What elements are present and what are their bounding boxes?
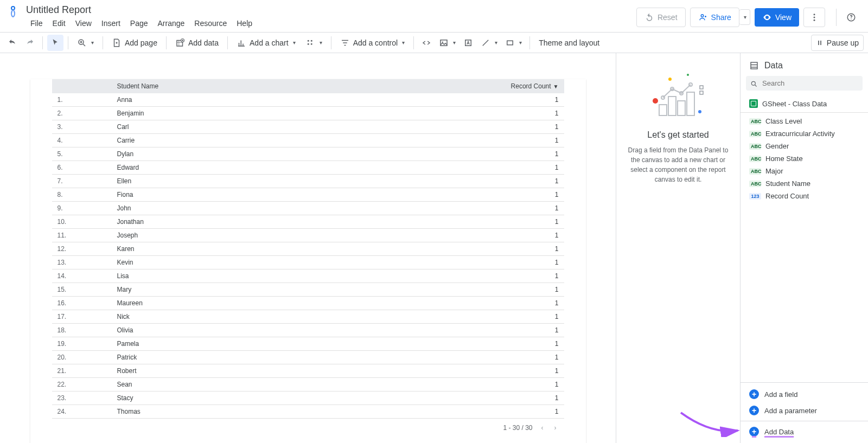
redo-button[interactable]	[22, 35, 38, 51]
view-button[interactable]: View	[755, 8, 799, 27]
share-button[interactable]: Share	[690, 8, 739, 27]
row-name: Fiona	[112, 188, 488, 201]
add-control-label: Add a control	[353, 38, 398, 47]
table-header-name[interactable]: Student Name	[112, 79, 488, 93]
zoom-button[interactable]: ▾	[73, 35, 98, 51]
table-header-index[interactable]	[52, 79, 112, 93]
table-row[interactable]: 17.Nick1	[52, 310, 564, 324]
shape-button[interactable]: ▾	[502, 35, 525, 51]
datasource-item[interactable]: GSheet - Class Data	[741, 95, 868, 112]
add-control-button[interactable]: Add a control▾	[336, 35, 410, 51]
pause-updates-button[interactable]: Pause up	[811, 35, 864, 51]
table-row[interactable]: 5.Dylan1	[52, 147, 564, 161]
table-row[interactable]: 15.Mary1	[52, 283, 564, 297]
table-row[interactable]: 10.Jonathan1	[52, 215, 564, 229]
row-name: Benjamin	[112, 107, 488, 120]
menu-page[interactable]: Page	[126, 17, 152, 30]
row-count: 1	[488, 175, 564, 188]
menu-arrange[interactable]: Arrange	[154, 17, 189, 30]
add-chart-button[interactable]: Add a chart▾	[232, 35, 300, 51]
more-options-button[interactable]	[803, 8, 825, 27]
share-dropdown-button[interactable]: ▾	[739, 9, 750, 25]
svg-point-28	[653, 98, 658, 104]
table-row[interactable]: 8.Fiona1	[52, 188, 564, 202]
svg-rect-21	[668, 97, 676, 115]
data-icon	[749, 61, 759, 70]
row-count: 1	[488, 242, 564, 255]
table-row[interactable]: 6.Edward1	[52, 161, 564, 175]
selection-tool-button[interactable]	[47, 35, 63, 51]
svg-point-31	[698, 110, 701, 113]
menu-file[interactable]: File	[26, 17, 47, 30]
menu-help[interactable]: Help	[232, 17, 257, 30]
theme-layout-button[interactable]: Theme and layout	[534, 35, 604, 50]
data-search	[746, 76, 863, 91]
table-row[interactable]: 19.Pamela1	[52, 337, 564, 351]
field-item[interactable]: 123Record Count	[741, 190, 868, 202]
table-row[interactable]: 18.Olivia1	[52, 324, 564, 337]
filter-icon	[340, 38, 350, 48]
embed-button[interactable]	[418, 35, 435, 51]
svg-rect-32	[700, 86, 703, 89]
table-chart[interactable]: Student Name Record Count▼ 1.Anna12.Benj…	[52, 79, 564, 435]
field-item[interactable]: ABCMajor	[741, 165, 868, 177]
reset-button[interactable]: Reset	[636, 8, 686, 27]
add-parameter-label: Add a parameter	[764, 407, 817, 415]
chevron-down-icon: ▾	[519, 40, 522, 46]
table-row[interactable]: 21.Robert1	[52, 364, 564, 378]
add-field-button[interactable]: +Add a field	[741, 386, 868, 402]
table-header-count[interactable]: Record Count▼	[488, 79, 564, 93]
svg-point-3	[814, 14, 815, 15]
table-row[interactable]: 1.Anna1	[52, 93, 564, 107]
table-row[interactable]: 14.Lisa1	[52, 269, 564, 283]
help-button[interactable]	[843, 9, 859, 25]
field-item[interactable]: ABCExtracurricular Activity	[741, 127, 868, 140]
field-item[interactable]: ABCClass Level	[741, 115, 868, 127]
table-row[interactable]: 12.Karen1	[52, 242, 564, 256]
menu-view[interactable]: View	[71, 17, 96, 30]
table-row[interactable]: 24.Thomas1	[52, 405, 564, 419]
report-canvas[interactable]: Student Name Record Count▼ 1.Anna12.Benj…	[30, 79, 586, 443]
table-header-count-label: Record Count	[511, 82, 551, 90]
line-button[interactable]: ▾	[477, 35, 501, 51]
add-parameter-button[interactable]: +Add a parameter	[741, 402, 868, 419]
row-index: 22.	[52, 378, 112, 391]
table-row[interactable]: 4.Carrie1	[52, 134, 564, 147]
canvas-area[interactable]: Student Name Record Count▼ 1.Anna12.Benj…	[0, 53, 616, 443]
field-item[interactable]: ABCStudent Name	[741, 177, 868, 190]
add-data-panel-button[interactable]: +Add Data	[741, 423, 868, 440]
prev-page-button[interactable]: ‹	[539, 423, 546, 433]
table-row[interactable]: 20.Patrick1	[52, 351, 564, 364]
table-row[interactable]: 22.Sean1	[52, 378, 564, 391]
menu-resource[interactable]: Resource	[190, 17, 231, 30]
data-search-input[interactable]	[746, 76, 863, 91]
svg-rect-34	[751, 62, 757, 69]
add-page-button[interactable]: Add page	[107, 35, 162, 51]
undo-button[interactable]	[4, 35, 21, 51]
row-count: 1	[488, 134, 564, 147]
table-row[interactable]: 23.Stacy1	[52, 391, 564, 405]
table-row[interactable]: 9.John1	[52, 202, 564, 215]
community-viz-button[interactable]: ▾	[301, 35, 327, 51]
menu-insert[interactable]: Insert	[97, 17, 125, 30]
table-row[interactable]: 7.Ellen1	[52, 175, 564, 188]
field-item[interactable]: ABCHome State	[741, 152, 868, 165]
row-name: Thomas	[112, 405, 488, 418]
menu-edit[interactable]: Edit	[48, 17, 70, 30]
add-data-button[interactable]: Add data	[171, 35, 223, 51]
row-index: 12.	[52, 242, 112, 255]
next-page-button[interactable]: ›	[552, 423, 559, 433]
table-row[interactable]: 2.Benjamin1	[52, 107, 564, 120]
table-row[interactable]: 16.Maureen1	[52, 297, 564, 310]
table-row[interactable]: 3.Carl1	[52, 120, 564, 134]
document-title[interactable]: Untitled Report	[26, 4, 636, 16]
field-item[interactable]: ABCGender	[741, 140, 868, 152]
svg-point-35	[751, 82, 755, 86]
text-button[interactable]	[460, 35, 476, 51]
chart-icon	[237, 38, 246, 48]
table-row[interactable]: 11.Joseph1	[52, 229, 564, 242]
image-button[interactable]: ▾	[436, 35, 459, 51]
chevron-down-icon: ▾	[402, 40, 405, 46]
row-name: Robert	[112, 364, 488, 377]
table-row[interactable]: 13.Kevin1	[52, 256, 564, 269]
